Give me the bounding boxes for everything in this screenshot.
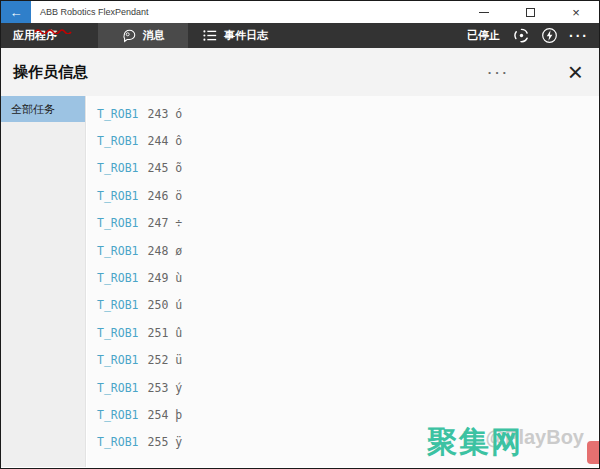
tab-event-log[interactable]: 事件日志 xyxy=(188,23,284,48)
task-name: T_ROB1 xyxy=(97,435,139,449)
message-row: T_ROB1 249 ù xyxy=(97,264,598,291)
message-code: 250 xyxy=(148,298,169,312)
window-title: ABB Robotics FlexPendant xyxy=(40,7,149,17)
message-row: T_ROB1 251 û xyxy=(97,319,598,346)
close-window-icon: × xyxy=(572,6,580,19)
motors-spin-icon[interactable] xyxy=(513,27,530,44)
task-name: T_ROB1 xyxy=(97,134,139,148)
message-code: 248 xyxy=(148,244,169,258)
task-name: T_ROB1 xyxy=(97,408,139,422)
message-char: ó xyxy=(175,107,182,121)
all-tasks-label: 全部任务 xyxy=(11,102,55,117)
message-char: ö xyxy=(175,189,182,203)
more-options-icon[interactable]: ··· xyxy=(569,28,589,44)
task-name: T_ROB1 xyxy=(97,189,139,203)
title-bar: ← ABB Robotics FlexPendant × xyxy=(1,1,599,23)
message-char: ù xyxy=(175,271,182,285)
message-char: þ xyxy=(175,408,182,422)
message-row: T_ROB1 253 ý xyxy=(97,374,598,401)
close-window-button[interactable]: × xyxy=(553,1,599,23)
message-code: 249 xyxy=(148,271,169,285)
panel-close-icon[interactable]: × xyxy=(568,59,583,85)
message-char: û xyxy=(175,326,182,340)
message-code: 254 xyxy=(148,408,169,422)
tab-messages[interactable]: 消息 xyxy=(98,23,188,48)
watermark-brand: 聚集网 xyxy=(427,422,523,463)
message-code: 252 xyxy=(148,353,169,367)
controller-status: 已停止 xyxy=(467,28,500,43)
message-char: ü xyxy=(175,353,182,367)
message-char: ø xyxy=(175,244,182,258)
message-char: ÿ xyxy=(175,435,182,449)
tab-messages-label: 消息 xyxy=(143,28,165,43)
maximize-icon xyxy=(526,8,535,17)
message-char: ú xyxy=(175,298,182,312)
message-row: T_ROB1 248 ø xyxy=(97,237,598,264)
task-name: T_ROB1 xyxy=(97,271,139,285)
task-sidebar: 全部任务 xyxy=(1,96,86,467)
message-code: 245 xyxy=(148,161,169,175)
message-row: T_ROB1 247 ÷ xyxy=(97,210,598,237)
minimize-icon xyxy=(479,12,489,13)
minimize-button[interactable] xyxy=(461,1,507,23)
message-row: T_ROB1 243 ó xyxy=(97,100,598,127)
flexpendant-window: ← ABB Robotics FlexPendant × 应用程序 xyxy=(0,0,600,469)
message-code: 246 xyxy=(148,189,169,203)
message-char: õ xyxy=(175,161,182,175)
task-name: T_ROB1 xyxy=(97,353,139,367)
task-name: T_ROB1 xyxy=(97,161,139,175)
nav-bar: 应用程序 消息 xyxy=(1,23,599,48)
tab-applications[interactable]: 应用程序 xyxy=(1,23,98,48)
message-row: T_ROB1 245 õ xyxy=(97,155,598,182)
watermark-badge xyxy=(587,441,600,464)
event-log-list-icon xyxy=(202,28,217,43)
quickset-lightning-icon[interactable] xyxy=(541,27,558,44)
task-name: T_ROB1 xyxy=(97,326,139,340)
task-name: T_ROB1 xyxy=(97,298,139,312)
back-button[interactable]: ← xyxy=(1,1,31,23)
message-char: ÷ xyxy=(175,216,182,230)
sidebar-item-all-tasks[interactable]: 全部任务 xyxy=(1,96,85,122)
message-row: T_ROB1 244 ô xyxy=(97,127,598,154)
message-list: T_ROB1 243 ó T_ROB1 244 ô T_ROB1 245 õ T… xyxy=(87,96,598,467)
operator-panel-header: 操作员信息 ··· × xyxy=(1,48,599,96)
message-code: 255 xyxy=(148,435,169,449)
message-char: ý xyxy=(175,381,182,395)
message-row: T_ROB1 246 ö xyxy=(97,182,598,209)
panel-more-icon[interactable]: ··· xyxy=(488,65,510,80)
panel-title: 操作员信息 xyxy=(13,63,88,82)
message-row: T_ROB1 252 ü xyxy=(97,347,598,374)
alert-squiggle-icon xyxy=(34,24,72,36)
maximize-button[interactable] xyxy=(507,1,553,23)
message-code: 251 xyxy=(148,326,169,340)
message-code: 253 xyxy=(148,381,169,395)
task-name: T_ROB1 xyxy=(97,216,139,230)
speech-bubble-icon xyxy=(122,28,137,43)
back-arrow-icon: ← xyxy=(10,5,23,20)
message-code: 247 xyxy=(148,216,169,230)
message-row: T_ROB1 250 ú xyxy=(97,292,598,319)
task-name: T_ROB1 xyxy=(97,381,139,395)
task-name: T_ROB1 xyxy=(97,107,139,121)
message-code: 243 xyxy=(148,107,169,121)
message-char: ô xyxy=(175,134,182,148)
tab-event-log-label: 事件日志 xyxy=(224,28,268,43)
task-name: T_ROB1 xyxy=(97,244,139,258)
message-code: 244 xyxy=(148,134,169,148)
